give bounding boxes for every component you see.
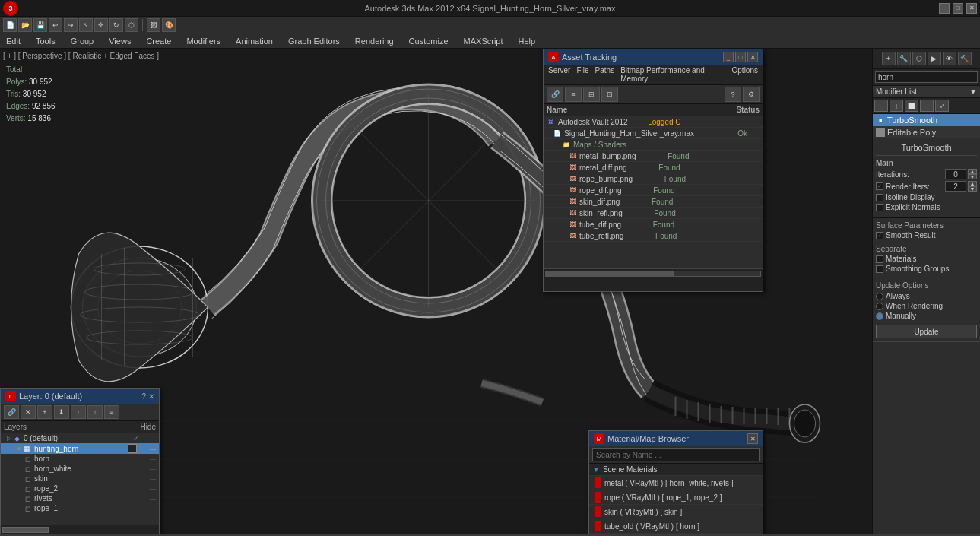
- list-item[interactable]: 🖼 rope_dif.png Found: [544, 185, 763, 196]
- asset-btn-4[interactable]: ⊡: [601, 87, 618, 102]
- menu-customize[interactable]: Customize: [406, 33, 452, 48]
- asset-menu-bitmap[interactable]: Bitmap Performance and Memory: [620, 66, 725, 83]
- menu-rendering[interactable]: Rendering: [352, 33, 397, 48]
- ts-explicit-checkbox[interactable]: [876, 204, 883, 211]
- update-button[interactable]: Update: [876, 325, 977, 338]
- ts-render-iters-down[interactable]: ▼: [968, 186, 977, 192]
- uo-when-rendering-radio[interactable]: [876, 303, 883, 310]
- ts-iterations-input[interactable]: [945, 169, 966, 179]
- list-item[interactable]: ◻ skin —: [1, 474, 159, 484]
- menu-tools[interactable]: Tools: [33, 33, 59, 48]
- list-item[interactable]: ◻ rivets —: [1, 493, 159, 503]
- list-item[interactable]: 🏛 Autodesk Vault 2012 Logged C: [544, 116, 763, 128]
- move-icon[interactable]: ✛: [94, 18, 108, 32]
- display-tab[interactable]: 👁: [943, 52, 956, 65]
- mod-tab-4[interactable]: →: [920, 100, 934, 112]
- asset-restore-button[interactable]: □: [735, 52, 746, 62]
- list-item[interactable]: ◻ rope_2 —: [1, 484, 159, 493]
- editable-poly-modifier[interactable]: Editable Poly: [873, 126, 980, 138]
- mod-tab-3[interactable]: ⬜: [905, 100, 918, 112]
- list-item[interactable]: skin ( VRayMtl ) [ skin ]: [589, 505, 763, 519]
- list-item[interactable]: 🖼 rope_bump.png Found: [544, 173, 763, 185]
- undo-icon[interactable]: ↩: [49, 18, 62, 32]
- render-icon[interactable]: 🖼: [147, 18, 160, 32]
- layers-hscrollbar[interactable]: [1, 525, 159, 534]
- new-icon[interactable]: 📄: [3, 18, 17, 32]
- rotate-icon[interactable]: ↻: [109, 18, 123, 32]
- layer-tool-7[interactable]: ≡: [104, 405, 119, 419]
- layer-tool-5[interactable]: ↑: [71, 405, 86, 419]
- create-tab[interactable]: +: [882, 52, 896, 65]
- list-item[interactable]: 📁 Maps / Shaders: [544, 139, 763, 151]
- asset-hscrollbar[interactable]: [544, 268, 763, 278]
- list-item[interactable]: tube_old ( VRayMtl ) [ horn ]: [589, 519, 763, 534]
- open-icon[interactable]: 📂: [18, 18, 32, 32]
- material-close-button[interactable]: ✕: [747, 433, 758, 444]
- list-item[interactable]: 🖼 metal_bump.png Found: [544, 151, 763, 162]
- asset-btn-1[interactable]: 🔗: [547, 87, 563, 102]
- turbosmooth-modifier[interactable]: ■ TurboSmooth: [873, 114, 980, 126]
- viewport[interactable]: [ + ] [ Perspective ] [ Realistic + Edge…: [0, 49, 872, 534]
- layers-help-button[interactable]: ?: [141, 392, 146, 401]
- list-item[interactable]: 📄 Signal_Hunting_Horn_Silver_vray.max Ok: [544, 128, 763, 139]
- ts-render-iters-input[interactable]: [945, 181, 966, 192]
- layer-tool-1[interactable]: 🔗: [4, 405, 19, 419]
- menu-animation[interactable]: Animation: [233, 33, 276, 48]
- layer-tool-3[interactable]: +: [37, 405, 52, 419]
- utilities-tab[interactable]: 🔨: [958, 52, 972, 65]
- menu-help[interactable]: Help: [515, 33, 539, 48]
- scale-icon[interactable]: ⬡: [125, 18, 138, 32]
- layer-tool-4[interactable]: ⬇: [54, 405, 69, 419]
- ts-iterations-up[interactable]: ▲: [968, 169, 977, 174]
- menu-create[interactable]: Create: [143, 33, 174, 48]
- mod-tab-5[interactable]: ⤢: [935, 100, 949, 112]
- asset-menu-paths[interactable]: Paths: [595, 66, 615, 83]
- select-icon[interactable]: ↖: [79, 18, 93, 32]
- asset-btn-help[interactable]: ?: [725, 87, 741, 102]
- menu-views[interactable]: Views: [106, 33, 134, 48]
- menu-modifiers[interactable]: Modifiers: [183, 33, 224, 48]
- list-item[interactable]: ▷ ◆ 0 (default) ✓ —: [1, 433, 159, 443]
- restore-button[interactable]: □: [953, 3, 963, 14]
- ts-iterations-down[interactable]: ▼: [968, 174, 977, 179]
- layer-tool-2[interactable]: ✕: [21, 405, 36, 419]
- list-item[interactable]: rope ( VRayMtl ) [ rope_1, rope_2 ]: [589, 490, 763, 505]
- asset-minimize-button[interactable]: _: [723, 52, 734, 62]
- asset-btn-2[interactable]: ≡: [565, 87, 582, 102]
- hierarchy-tab[interactable]: ⬡: [912, 52, 926, 65]
- asset-menu-options[interactable]: Options: [732, 66, 758, 83]
- minimize-button[interactable]: _: [939, 3, 950, 14]
- list-item[interactable]: ◻ horn —: [1, 454, 159, 464]
- list-item[interactable]: ◻ rope_1 —: [1, 503, 159, 513]
- menu-group[interactable]: Group: [68, 33, 97, 48]
- ts-isoline-checkbox[interactable]: [876, 194, 883, 201]
- motion-tab[interactable]: ▶: [928, 52, 941, 65]
- asset-btn-settings[interactable]: ⚙: [743, 87, 760, 102]
- material-scene-section[interactable]: ▼ Scene Materials: [589, 464, 763, 476]
- mod-tab-1[interactable]: ←: [874, 100, 888, 112]
- redo-icon[interactable]: ↪: [64, 18, 78, 32]
- list-item[interactable]: 🖼 tube_refl.png Found: [544, 230, 763, 242]
- asset-close-button[interactable]: ✕: [747, 52, 758, 62]
- save-icon[interactable]: 💾: [33, 18, 47, 32]
- ts-render-iters-up[interactable]: ▲: [968, 181, 977, 186]
- modifier-search-input[interactable]: [875, 71, 978, 83]
- ts-smooth-result-checkbox[interactable]: [876, 232, 883, 239]
- ts-render-iters-checkbox[interactable]: [876, 182, 883, 190]
- menu-graph-editors[interactable]: Graph Editors: [285, 33, 343, 48]
- list-item[interactable]: 🖼 skin_dif.png Found: [544, 196, 763, 208]
- asset-btn-3[interactable]: ⊞: [583, 87, 600, 102]
- uo-manually-radio[interactable]: [876, 312, 883, 320]
- list-item[interactable]: 🖼 tube_dif.png Found: [544, 219, 763, 230]
- menu-maxscript[interactable]: MAXScript: [461, 33, 506, 48]
- list-item[interactable]: ▼ ▦ hunting_horn —: [1, 443, 159, 454]
- layer-vis-box[interactable]: [128, 444, 137, 453]
- menu-edit[interactable]: Edit: [3, 33, 24, 48]
- asset-menu-file[interactable]: File: [576, 66, 588, 83]
- material-search-input[interactable]: [592, 448, 760, 461]
- modify-tab[interactable]: 🔧: [897, 52, 911, 65]
- ts-smoothing-groups-checkbox[interactable]: [876, 265, 883, 273]
- uo-always-radio[interactable]: [876, 293, 883, 300]
- close-button[interactable]: ✕: [966, 3, 977, 14]
- layer-tool-6[interactable]: ↕: [87, 405, 103, 419]
